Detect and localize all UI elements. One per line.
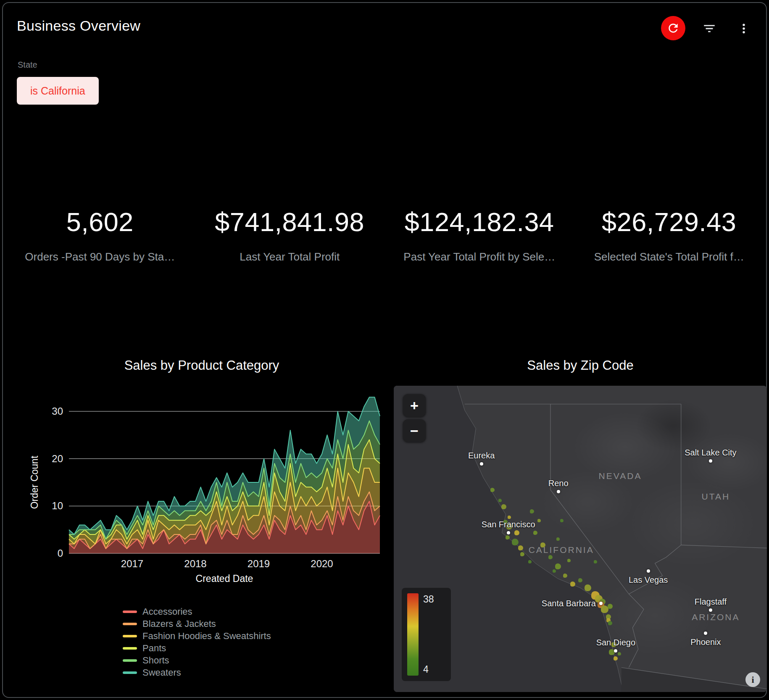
state-label-utah: UTAH (702, 492, 730, 502)
legend-item-sweaters[interactable]: Sweaters (123, 666, 271, 679)
zip-code-map[interactable]: NEVADAUTAHCALIFORNIAARIZONAEurekaRenoSal… (394, 386, 767, 692)
info-icon: i (751, 674, 754, 685)
legend-swatch (123, 611, 137, 613)
zip-heat-blob (614, 656, 618, 661)
scorecard-last-year-profit: $741,841.98 Last Year Total Profit (195, 207, 385, 263)
more-vert-icon (737, 22, 750, 35)
legend-label: Shorts (142, 655, 169, 666)
scorecard-state-profit: $26,729.43 Selected State's Total Profit… (574, 207, 764, 263)
scorecard-label: Orders -Past 90 Days by Sta… (5, 250, 195, 263)
zip-heat-blob (608, 621, 612, 625)
legend-swatch (123, 671, 137, 674)
y-tick-label: 20 (52, 453, 63, 464)
zip-heat-blob (528, 560, 532, 563)
city-label: San Diego (596, 638, 635, 647)
legend-label: Fashion Hoodies & Sweatshirts (142, 631, 271, 642)
zip-heat-blob (520, 552, 524, 556)
color-scale-bar (407, 593, 419, 676)
zip-heat-blob (567, 559, 571, 562)
legend-label: Blazers & Jackets (142, 618, 216, 629)
city-label: Santa Barbara (542, 599, 596, 608)
scorecard-label: Last Year Total Profit (195, 250, 385, 263)
state-filter-chip[interactable]: is California (17, 77, 99, 105)
color-scale-max: 38 (423, 594, 434, 605)
area-chart-title: Sales by Product Category (13, 358, 391, 373)
filter-button[interactable] (699, 18, 719, 39)
zip-heat-blob (570, 582, 575, 587)
zip-heat-blob (533, 531, 537, 535)
legend-label: Sweaters (142, 667, 181, 678)
scorecard-value: 5,602 (5, 207, 195, 237)
legend-item-fashion-hoodies[interactable]: Fashion Hoodies & Sweatshirts (123, 630, 271, 642)
city-label: Flagstaff (695, 597, 727, 607)
zip-heat-blob (556, 537, 560, 541)
legend-label: Pants (142, 643, 166, 654)
city-dot (614, 649, 617, 653)
scorecard-label: Past Year Total Profit by Sele… (384, 250, 574, 263)
x-axis-title: Created Date (196, 573, 253, 584)
more-button[interactable] (734, 18, 754, 39)
legend-label: Accessories (142, 606, 192, 617)
map-info-button[interactable]: i (745, 672, 760, 687)
zip-heat-blob (506, 535, 510, 539)
city-label: Reno (548, 479, 569, 488)
map-zoom-controls: + − (403, 394, 426, 442)
y-axis-title: Order Count (29, 455, 40, 509)
color-scale-min: 4 (423, 664, 434, 675)
map-chart-title: Sales by Zip Code (394, 358, 767, 373)
zip-heat-blob (512, 539, 519, 545)
city-dot (704, 632, 707, 635)
zip-heat-blob (490, 488, 495, 492)
scorecard-orders: 5,602 Orders -Past 90 Days by Sta… (5, 207, 195, 263)
legend-swatch (123, 647, 137, 650)
y-tick-label: 0 (58, 547, 63, 559)
stacked-area-chart[interactable]: 01020302017201820192020Created DateOrder… (27, 391, 397, 588)
state-label-nevada: NEVADA (599, 471, 642, 481)
city-dot (599, 602, 603, 605)
scorecard-value: $26,729.43 (574, 207, 764, 237)
refresh-button[interactable] (661, 16, 685, 40)
city-dot (480, 462, 483, 466)
city-dot (557, 490, 560, 493)
legend-item-pants[interactable]: Pants (123, 642, 271, 654)
state-label-arizona: ARIZONA (692, 612, 740, 622)
scorecard-value: $741,841.98 (195, 207, 385, 237)
map-zoom-out-button[interactable]: − (403, 419, 426, 442)
zip-heat-blob (553, 569, 556, 573)
y-tick-label: 10 (52, 500, 63, 511)
city-dot (709, 459, 712, 463)
zip-heat-blob (508, 516, 511, 519)
city-dot (709, 608, 712, 612)
zip-heat-blob (514, 530, 519, 535)
zip-heat-blob (560, 519, 564, 522)
zip-heat-blob (555, 563, 561, 569)
zip-heat-blob (537, 519, 541, 522)
zip-heat-blob (548, 555, 553, 559)
zip-heat-blob (594, 560, 597, 563)
city-label: Phoenix (690, 637, 721, 647)
scorecard-past-year-profit: $124,182.34 Past Year Total Profit by Se… (384, 207, 574, 263)
x-tick-label: 2018 (184, 558, 206, 569)
legend-swatch (123, 659, 137, 662)
city-label: Las Vegas (629, 575, 668, 585)
zip-heat-blob (563, 574, 567, 578)
legend-item-blazers-jackets[interactable]: Blazers & Jackets (123, 618, 271, 630)
city-label: San Francisco (482, 520, 535, 529)
zip-heat-blob (501, 504, 506, 509)
legend-swatch (123, 623, 137, 625)
x-tick-label: 2020 (311, 558, 333, 569)
page-title: Business Overview (17, 18, 140, 34)
zip-heat-blob (578, 578, 582, 582)
state-label-california: CALIFORNIA (529, 545, 594, 555)
x-tick-label: 2019 (248, 558, 270, 569)
city-label: Salt Lake City (685, 448, 736, 458)
map-zoom-in-button[interactable]: + (403, 394, 426, 417)
filter-icon (702, 21, 716, 36)
legend-item-shorts[interactable]: Shorts (123, 654, 271, 666)
legend-item-accessories[interactable]: Accessories (123, 605, 271, 618)
map-color-legend: 38 4 (402, 588, 451, 681)
zip-heat-blob (498, 499, 502, 502)
scorecard-label: Selected State's Total Profit f… (574, 250, 764, 263)
zip-heat-blob (518, 545, 523, 550)
scorecard-value: $124,182.34 (384, 207, 574, 237)
